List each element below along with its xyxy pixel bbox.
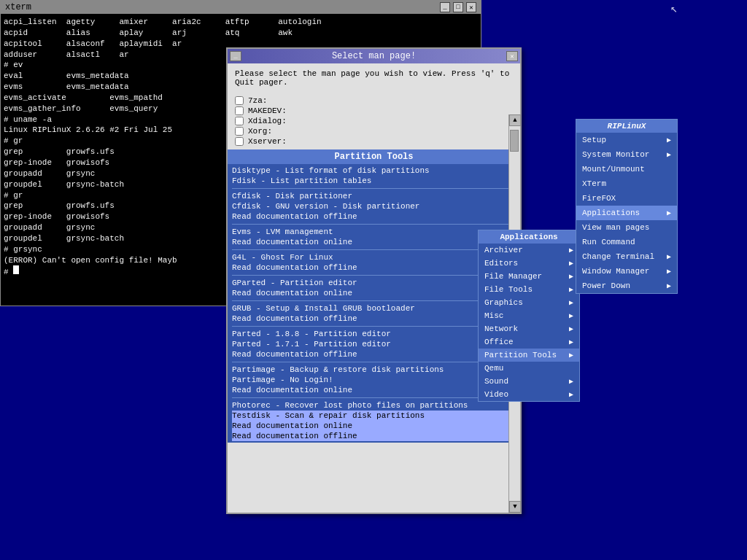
- apps-menu-item-label: Video: [484, 390, 508, 399]
- partition-list-item[interactable]: Partimage - No Login!: [232, 375, 516, 385]
- partition-items-list[interactable]: Disktype - List format of disk partition…: [228, 164, 520, 443]
- man-dialog-close-btn[interactable]: ✕: [506, 51, 518, 61]
- man-checkbox[interactable]: [235, 96, 244, 105]
- partition-list-item[interactable]: Read documentation online: [232, 237, 516, 247]
- riplinux-menu[interactable]: RIPLinuX Setup▶System Monitor▶Mount/Unmo…: [576, 119, 678, 294]
- terminal-close-btn[interactable]: ✕: [466, 2, 476, 12]
- apps-menu-item-label: Sound: [484, 377, 508, 386]
- riplinux-menu-item[interactable]: Change Terminal▶: [576, 249, 677, 264]
- man-dialog-buttons: _: [230, 51, 241, 61]
- scrollbar-thumb[interactable]: [510, 130, 519, 152]
- partition-list-item[interactable]: Parted - 1.7.1 - Partition editor: [232, 339, 516, 349]
- man-checkbox-item[interactable]: Xserver:: [235, 136, 513, 147]
- partition-list-item[interactable]: Evms - LVM management: [232, 227, 516, 237]
- riplinux-menu-item[interactable]: Run Command: [576, 235, 677, 249]
- apps-menu-item[interactable]: Misc▶: [479, 309, 579, 322]
- partition-list-item[interactable]: Read documentation offline: [232, 262, 516, 273]
- man-checkbox-label: 7za:: [248, 96, 267, 105]
- partition-list-item[interactable]: Disktype - List format of disk partition…: [232, 166, 516, 176]
- riplinux-menu-header: RIPLinuX: [576, 120, 677, 133]
- riplinux-menu-item[interactable]: Window Manager▶: [576, 264, 677, 279]
- apps-menu-item-label: Partition Tools: [484, 351, 557, 359]
- apps-menu-item[interactable]: Editors▶: [479, 257, 579, 270]
- man-checkbox-item[interactable]: MAKEDEV:: [235, 106, 513, 116]
- partition-list-item[interactable]: Read documentation online: [232, 385, 516, 395]
- apps-menu-item-arrow-icon: ▶: [569, 298, 573, 307]
- apps-menu-item-arrow-icon: ▶: [569, 246, 573, 254]
- riplinux-menu-item[interactable]: Mount/Unmount: [576, 162, 677, 176]
- apps-menu-item[interactable]: Network▶: [479, 322, 579, 335]
- riplinux-menu-item-label: Run Command: [582, 238, 635, 246]
- partition-list-item[interactable]: Cfdisk - GNU version - Disk partitioner: [232, 201, 516, 211]
- man-checkbox[interactable]: [235, 117, 244, 125]
- man-checkbox-label: MAKEDEV:: [248, 106, 287, 115]
- terminal-line: acpi_listen agetty amixer aria2c atftp a…: [4, 17, 478, 28]
- man-dialog-minimize-btn[interactable]: _: [230, 51, 241, 61]
- applications-submenu[interactable]: Applications Archiver▶Editors▶File Manag…: [478, 230, 580, 402]
- partition-list-item[interactable]: Fdisk - List partition tables: [232, 176, 516, 186]
- apps-menu-item-label: Misc: [484, 311, 503, 320]
- applications-items[interactable]: Archiver▶Editors▶File Manager▶File Tools…: [479, 244, 579, 401]
- partition-list-item[interactable]: Testdisk - Scan & repair disk partitions: [232, 411, 516, 421]
- partition-list-item[interactable]: Read documentation offline: [232, 314, 516, 324]
- riplinux-menu-item[interactable]: FireFOX: [576, 191, 677, 206]
- apps-menu-item[interactable]: File Manager▶: [479, 270, 579, 283]
- riplinux-menu-item[interactable]: Applications▶: [576, 206, 677, 220]
- riplinux-menu-item[interactable]: System Monitor▶: [576, 147, 677, 162]
- apps-menu-item-label: File Manager: [484, 272, 542, 281]
- partition-list-item[interactable]: G4L - Ghost For Linux: [232, 252, 516, 262]
- partition-list-item[interactable]: GRUB - Setup & Install GRUB bootloader: [232, 303, 516, 314]
- man-dialog-close-buttons: ✕: [506, 51, 518, 61]
- partition-list-item[interactable]: Read documentation online: [232, 288, 516, 298]
- partition-list-item[interactable]: Partimage - Backup & restore disk partit…: [232, 365, 516, 375]
- apps-menu-item[interactable]: Sound▶: [479, 375, 579, 388]
- partition-list-item[interactable]: Read documentation offline: [232, 349, 516, 359]
- riplinux-menu-item[interactable]: View man pages: [576, 220, 677, 235]
- partition-list-item[interactable]: Read documentation offline: [232, 211, 516, 222]
- scrollbar-up-btn[interactable]: ▲: [509, 114, 521, 126]
- man-checkbox-item[interactable]: Xorg:: [235, 126, 513, 136]
- man-checkbox[interactable]: [235, 106, 244, 115]
- man-scroll-area[interactable]: Partition Tools Disktype - List format o…: [228, 149, 520, 548]
- riplinux-menu-item[interactable]: XTerm: [576, 176, 677, 191]
- riplinux-menu-item-arrow-icon: ▶: [667, 150, 671, 159]
- apps-menu-item-label: Network: [484, 324, 518, 333]
- terminal-minimize-btn[interactable]: _: [440, 2, 450, 12]
- apps-menu-item[interactable]: Partition Tools▶: [479, 349, 579, 362]
- apps-menu-item[interactable]: Archiver▶: [479, 244, 579, 257]
- partition-list-item[interactable]: Parted - 1.8.8 - Partition editor: [232, 329, 516, 339]
- riplinux-menu-item-arrow-icon: ▶: [667, 267, 671, 276]
- riplinux-menu-item[interactable]: Setup▶: [576, 133, 677, 147]
- riplinux-menu-item[interactable]: Power Down▶: [576, 279, 677, 293]
- terminal-controls: _ □ ✕: [440, 2, 476, 12]
- apps-menu-item-arrow-icon: ▶: [569, 311, 573, 320]
- partition-list-item[interactable]: Photorec - Recover lost photo files on p…: [232, 400, 516, 411]
- partition-list-item[interactable]: Read documentation online: [232, 421, 516, 431]
- riplinux-menu-item-arrow-icon: ▶: [667, 209, 671, 217]
- scrollbar-down-btn[interactable]: ▼: [509, 501, 521, 513]
- apps-menu-item[interactable]: Office▶: [479, 335, 579, 349]
- partition-list-item[interactable]: GParted - Partition editor: [232, 278, 516, 288]
- terminal-line: acpid alias aplay arj atq awk: [4, 28, 478, 39]
- riplinux-menu-item-label: View man pages: [582, 223, 649, 232]
- man-checkbox-item[interactable]: Xdialog:: [235, 116, 513, 126]
- apps-menu-item-arrow-icon: ▶: [569, 285, 573, 294]
- apps-menu-item-label: Editors: [484, 259, 518, 268]
- terminal-maximize-btn[interactable]: □: [453, 2, 463, 12]
- apps-menu-item[interactable]: Graphics▶: [479, 296, 579, 309]
- apps-menu-item-arrow-icon: ▶: [569, 351, 573, 359]
- man-checkbox[interactable]: [235, 127, 244, 136]
- apps-menu-item-label: Qemu: [484, 364, 503, 373]
- riplinux-menu-item-label: XTerm: [582, 179, 606, 188]
- partition-list-item[interactable]: Cfdisk - Disk partitioner: [232, 191, 516, 201]
- riplinux-menu-items[interactable]: Setup▶System Monitor▶Mount/UnmountXTermF…: [576, 133, 677, 293]
- apps-menu-item[interactable]: Qemu: [479, 362, 579, 375]
- apps-menu-item[interactable]: Video▶: [479, 388, 579, 401]
- riplinux-menu-item-label: FireFOX: [582, 194, 616, 203]
- apps-menu-item-label: Graphics: [484, 298, 523, 307]
- partition-list-item[interactable]: Read documentation offline: [232, 431, 516, 441]
- riplinux-menu-item-label: Mount/Unmount: [582, 165, 645, 174]
- man-checkbox[interactable]: [235, 137, 244, 146]
- apps-menu-item[interactable]: File Tools▶: [479, 283, 579, 296]
- man-checkbox-item[interactable]: 7za:: [235, 96, 513, 106]
